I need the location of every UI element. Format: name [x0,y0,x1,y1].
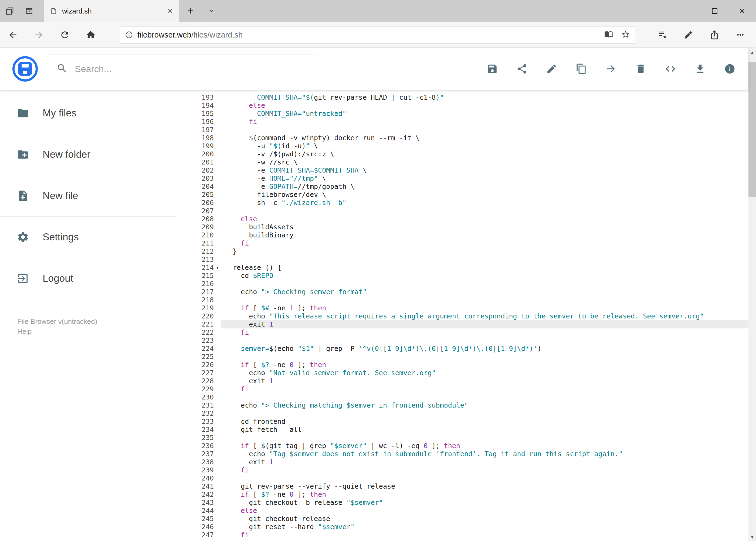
code-editor[interactable]: 193 COMMIT_SHA="$(git rev-parse HEAD | c… [175,90,748,541]
code-line-content[interactable] [221,474,748,482]
code-line-content[interactable]: -w //src \ [221,158,748,166]
scrollbar-thumb[interactable] [748,62,756,197]
browser-tab[interactable]: wizard.sh [44,0,179,22]
code-line-content[interactable]: if [ $(git tag | grep "$semver" | wc -l)… [221,442,748,450]
code-line-content[interactable]: echo "Not valid semver format. See semve… [221,369,748,377]
code-line-content[interactable]: fi [221,531,748,539]
code-line-content[interactable]: fi [221,118,748,126]
code-line-content[interactable]: git rev-parse --verify --quiet release [221,482,748,490]
move-button[interactable] [605,61,617,77]
code-line-content[interactable] [221,336,748,345]
code-line-content[interactable]: else [221,215,748,223]
code-line-content[interactable]: git reset --hard "$semver" [221,523,748,531]
maximize-button[interactable] [701,0,728,22]
code-line-content[interactable]: fi [221,239,748,248]
code-line-content[interactable]: if [ $? -ne 0 ]; then [221,490,748,499]
filebrowser-logo-icon[interactable] [12,56,38,82]
code-line-content[interactable]: git checkout -b release "$semver" [221,499,748,507]
tab-close-button[interactable] [167,8,173,15]
sidebar-item-new-file[interactable]: New file [0,175,175,216]
refresh-button[interactable] [52,24,78,46]
code-line-content[interactable]: COMMIT_SHA="$(git rev-parse HEAD | cut -… [221,94,748,102]
hub-button[interactable] [650,24,675,46]
tabs-aside-button[interactable] [5,7,14,15]
code-line-content[interactable]: echo "> Checking semver format" [221,288,748,296]
download-button[interactable] [694,61,706,77]
sidebar-item-logout[interactable]: Logout [0,258,175,299]
reading-view-icon[interactable] [604,30,613,40]
code-line-content[interactable]: if [ $# -ne 1 ]; then [221,304,748,312]
sidebar-item-new-folder[interactable]: New folder [0,134,175,175]
sidebar-item-my-files[interactable]: My files [0,92,175,134]
code-line-content[interactable]: buildBinary [221,231,748,239]
sidebar-item-settings[interactable]: Settings [0,216,175,258]
scrollbar-up-button[interactable]: ▲ [748,48,756,56]
share-browser-button[interactable] [701,24,727,46]
code-line-content[interactable]: -e HOME="//tmp" \ [221,175,748,183]
code-line-content[interactable]: cd $REPO [221,272,748,280]
code-line-content[interactable] [221,207,748,215]
help-link[interactable]: Help [17,326,97,336]
code-line-content[interactable]: -e GOPATH=//tmp/gopath \ [221,183,748,191]
code-line-content[interactable]: exit 1 [221,320,748,328]
code-line-content[interactable]: echo "This release script requires a sin… [221,312,748,320]
code-line-content[interactable] [221,126,748,134]
code-line-content[interactable]: echo "Tag $semver does not exist in subm… [221,450,748,458]
scrollbar-down-button[interactable]: ▼ [748,533,756,541]
code-line-content[interactable]: -u "$(id -u)" \ [221,142,748,150]
code-line-content[interactable]: git fetch --all [221,426,748,434]
code-line-content[interactable]: buildAssets [221,223,748,231]
code-line-content[interactable] [221,353,748,361]
edit-button[interactable] [546,61,558,77]
copy-button[interactable] [575,61,588,77]
code-line-content[interactable]: exit 1 [221,377,748,385]
code-line-content[interactable]: -e COMMIT_SHA=$COMMIT_SHA \ [221,166,748,175]
code-line-content[interactable]: -v /$(pwd):/src:z \ [221,150,748,158]
new-tab-button[interactable] [179,0,202,22]
address-bar[interactable]: filebrowser.web/files/wizard.sh [120,26,635,44]
code-line-content[interactable] [221,434,748,442]
favorite-star-icon[interactable] [621,30,630,40]
forward-button[interactable] [26,24,52,46]
home-button[interactable] [78,24,104,46]
share-button[interactable] [516,61,528,77]
code-line-content[interactable]: git checkout release [221,515,748,523]
code-line-content[interactable]: else [221,507,748,515]
code-line-content[interactable]: sh -c "./wizard.sh -b" [221,199,748,207]
code-line-content[interactable]: cd frontend [221,417,748,426]
code-line-content[interactable]: fi [221,328,748,336]
tab-list-button[interactable] [202,0,221,22]
page-scrollbar[interactable]: ▲ ▼ [748,48,756,541]
code-line-content[interactable] [221,393,748,401]
code-button[interactable] [664,61,677,77]
code-line-content[interactable] [221,296,748,304]
code-line-content[interactable]: fi [221,466,748,474]
code-line-content[interactable]: if [ $? -ne 0 ]; then [221,361,748,369]
info-button[interactable] [724,61,736,77]
code-line-content[interactable]: release () { [221,264,748,272]
code-line-content[interactable]: exit 1 [221,458,748,466]
code-line-content[interactable]: } [221,248,748,256]
minimize-button[interactable] [673,0,701,22]
code-line-content[interactable]: fi [221,385,748,393]
page-info-icon[interactable] [125,31,133,39]
back-button[interactable] [0,24,26,46]
search-box[interactable] [48,55,318,83]
code-line-content[interactable] [221,256,748,264]
delete-button[interactable] [634,61,647,77]
code-line-content[interactable]: $(command -v winpty) docker run --rm -it… [221,134,748,142]
code-line-content[interactable]: semver=$(echo "$1" | grep -P '^v(0|[1-9]… [221,345,748,353]
code-line-content[interactable] [221,280,748,288]
code-line-content[interactable]: filebrowser/dev \ [221,191,748,199]
search-input[interactable] [75,64,310,74]
web-note-button[interactable] [675,24,701,46]
window-close-button[interactable] [728,0,756,22]
code-line-content[interactable]: else [221,102,748,110]
code-line-content[interactable]: COMMIT_SHA="untracked" [221,110,748,118]
fold-arrow-icon[interactable]: ▾ [214,264,221,272]
save-button[interactable] [486,61,499,77]
more-button[interactable] [727,24,753,46]
tab-preview-button[interactable] [25,7,34,15]
code-line-content[interactable] [221,409,748,417]
code-line-content[interactable]: echo "> Checking matching $semver in fro… [221,401,748,409]
